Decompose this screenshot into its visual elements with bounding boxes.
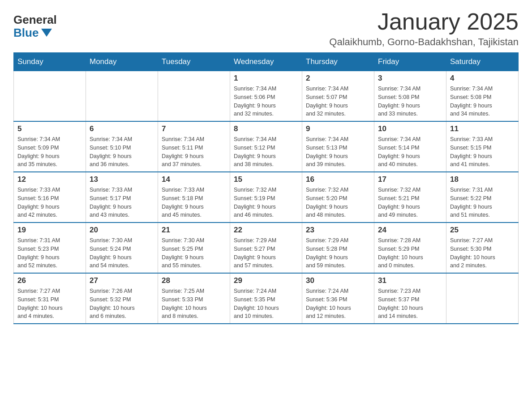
calendar-cell: 5Sunrise: 7:34 AMSunset: 5:09 PMDaylight… <box>14 121 86 172</box>
day-number: 24 <box>378 226 442 235</box>
day-number: 4 <box>450 74 515 83</box>
day-number: 31 <box>378 276 442 285</box>
day-number: 17 <box>378 175 442 184</box>
day-info: Sunrise: 7:28 AMSunset: 5:29 PMDaylight:… <box>378 236 442 270</box>
column-header-wednesday: Wednesday <box>230 53 302 71</box>
calendar-subtitle: Qalaikhumb, Gorno-Badakhshan, Tajikistan <box>329 36 519 48</box>
day-number: 2 <box>306 74 370 83</box>
calendar-cell: 21Sunrise: 7:30 AMSunset: 5:25 PMDayligh… <box>158 223 230 273</box>
day-number: 1 <box>234 74 298 83</box>
day-info: Sunrise: 7:33 AMSunset: 5:15 PMDaylight:… <box>450 135 515 169</box>
day-number: 30 <box>306 276 370 285</box>
calendar-cell: 24Sunrise: 7:28 AMSunset: 5:29 PMDayligh… <box>374 223 446 273</box>
calendar-cell: 2Sunrise: 7:34 AMSunset: 5:07 PMDaylight… <box>302 71 374 122</box>
calendar-cell: 22Sunrise: 7:29 AMSunset: 5:27 PMDayligh… <box>230 223 302 273</box>
day-info: Sunrise: 7:30 AMSunset: 5:24 PMDaylight:… <box>90 236 154 270</box>
day-info: Sunrise: 7:32 AMSunset: 5:20 PMDaylight:… <box>306 186 370 219</box>
day-info: Sunrise: 7:34 AMSunset: 5:12 PMDaylight:… <box>234 135 298 169</box>
day-number: 26 <box>17 276 82 285</box>
calendar-cell: 7Sunrise: 7:34 AMSunset: 5:11 PMDaylight… <box>158 121 230 172</box>
logo: General Blue <box>13 13 57 39</box>
day-info: Sunrise: 7:34 AMSunset: 5:09 PMDaylight:… <box>17 135 82 169</box>
day-info: Sunrise: 7:27 AMSunset: 5:31 PMDaylight:… <box>17 287 82 321</box>
calendar-cell: 11Sunrise: 7:33 AMSunset: 5:15 PMDayligh… <box>446 121 519 172</box>
calendar-week-row: 19Sunrise: 7:31 AMSunset: 5:23 PMDayligh… <box>14 223 519 273</box>
day-info: Sunrise: 7:29 AMSunset: 5:28 PMDaylight:… <box>306 236 370 270</box>
day-number: 16 <box>306 175 370 184</box>
calendar-cell <box>14 71 86 122</box>
calendar-cell <box>86 71 158 122</box>
day-info: Sunrise: 7:24 AMSunset: 5:35 PMDaylight:… <box>234 287 298 321</box>
day-number: 5 <box>17 124 82 133</box>
day-number: 25 <box>450 226 515 235</box>
calendar-cell: 19Sunrise: 7:31 AMSunset: 5:23 PMDayligh… <box>14 223 86 273</box>
calendar-week-row: 5Sunrise: 7:34 AMSunset: 5:09 PMDaylight… <box>14 121 519 172</box>
column-header-sunday: Sunday <box>14 53 86 71</box>
day-number: 28 <box>162 276 226 285</box>
calendar-cell <box>446 273 519 324</box>
calendar-cell: 31Sunrise: 7:23 AMSunset: 5:37 PMDayligh… <box>374 273 446 324</box>
day-number: 7 <box>162 124 226 133</box>
day-number: 19 <box>17 226 82 235</box>
day-number: 12 <box>17 175 82 184</box>
title-area: January 2025 Qalaikhumb, Gorno-Badakhsha… <box>329 9 519 48</box>
day-info: Sunrise: 7:25 AMSunset: 5:33 PMDaylight:… <box>162 287 226 321</box>
day-number: 22 <box>234 226 298 235</box>
calendar-cell <box>158 71 230 122</box>
day-number: 13 <box>90 175 154 184</box>
day-number: 10 <box>378 124 442 133</box>
calendar-header-row: SundayMondayTuesdayWednesdayThursdayFrid… <box>14 53 519 71</box>
column-header-saturday: Saturday <box>446 53 519 71</box>
calendar-week-row: 12Sunrise: 7:33 AMSunset: 5:16 PMDayligh… <box>14 172 519 223</box>
day-info: Sunrise: 7:26 AMSunset: 5:32 PMDaylight:… <box>90 287 154 321</box>
day-info: Sunrise: 7:34 AMSunset: 5:13 PMDaylight:… <box>306 135 370 169</box>
day-info: Sunrise: 7:31 AMSunset: 5:23 PMDaylight:… <box>17 236 82 270</box>
logo-general-text: General <box>13 13 57 26</box>
calendar-cell: 10Sunrise: 7:34 AMSunset: 5:14 PMDayligh… <box>374 121 446 172</box>
day-info: Sunrise: 7:24 AMSunset: 5:36 PMDaylight:… <box>306 287 370 321</box>
column-header-tuesday: Tuesday <box>158 53 230 71</box>
day-info: Sunrise: 7:27 AMSunset: 5:30 PMDaylight:… <box>450 236 515 270</box>
day-info: Sunrise: 7:34 AMSunset: 5:11 PMDaylight:… <box>162 135 226 169</box>
day-number: 29 <box>234 276 298 285</box>
calendar-cell: 14Sunrise: 7:33 AMSunset: 5:18 PMDayligh… <box>158 172 230 223</box>
day-info: Sunrise: 7:33 AMSunset: 5:16 PMDaylight:… <box>17 186 82 219</box>
calendar-cell: 20Sunrise: 7:30 AMSunset: 5:24 PMDayligh… <box>86 223 158 273</box>
calendar-cell: 6Sunrise: 7:34 AMSunset: 5:10 PMDaylight… <box>86 121 158 172</box>
day-number: 14 <box>162 175 226 184</box>
calendar-cell: 18Sunrise: 7:31 AMSunset: 5:22 PMDayligh… <box>446 172 519 223</box>
calendar-cell: 29Sunrise: 7:24 AMSunset: 5:35 PMDayligh… <box>230 273 302 324</box>
day-info: Sunrise: 7:23 AMSunset: 5:37 PMDaylight:… <box>378 287 442 321</box>
header: General Blue January 2025 Qalaikhumb, Go… <box>13 9 519 48</box>
calendar-cell: 3Sunrise: 7:34 AMSunset: 5:08 PMDaylight… <box>374 71 446 122</box>
logo-triangle-icon <box>41 29 52 37</box>
calendar-cell: 25Sunrise: 7:27 AMSunset: 5:30 PMDayligh… <box>446 223 519 273</box>
day-number: 21 <box>162 226 226 235</box>
day-number: 11 <box>450 124 515 133</box>
day-info: Sunrise: 7:30 AMSunset: 5:25 PMDaylight:… <box>162 236 226 270</box>
calendar-cell: 28Sunrise: 7:25 AMSunset: 5:33 PMDayligh… <box>158 273 230 324</box>
day-number: 6 <box>90 124 154 133</box>
day-number: 20 <box>90 226 154 235</box>
logo-blue-text: Blue <box>13 26 57 39</box>
calendar-cell: 9Sunrise: 7:34 AMSunset: 5:13 PMDaylight… <box>302 121 374 172</box>
calendar-cell: 16Sunrise: 7:32 AMSunset: 5:20 PMDayligh… <box>302 172 374 223</box>
day-info: Sunrise: 7:32 AMSunset: 5:21 PMDaylight:… <box>378 186 442 219</box>
calendar-cell: 26Sunrise: 7:27 AMSunset: 5:31 PMDayligh… <box>14 273 86 324</box>
calendar-cell: 13Sunrise: 7:33 AMSunset: 5:17 PMDayligh… <box>86 172 158 223</box>
day-info: Sunrise: 7:31 AMSunset: 5:22 PMDaylight:… <box>450 186 515 219</box>
day-number: 15 <box>234 175 298 184</box>
calendar-cell: 4Sunrise: 7:34 AMSunset: 5:08 PMDaylight… <box>446 71 519 122</box>
column-header-monday: Monday <box>86 53 158 71</box>
calendar-cell: 27Sunrise: 7:26 AMSunset: 5:32 PMDayligh… <box>86 273 158 324</box>
day-info: Sunrise: 7:33 AMSunset: 5:18 PMDaylight:… <box>162 186 226 219</box>
day-info: Sunrise: 7:34 AMSunset: 5:06 PMDaylight:… <box>234 85 298 118</box>
calendar-table: SundayMondayTuesdayWednesdayThursdayFrid… <box>13 52 519 324</box>
calendar-week-row: 26Sunrise: 7:27 AMSunset: 5:31 PMDayligh… <box>14 273 519 324</box>
calendar-cell: 30Sunrise: 7:24 AMSunset: 5:36 PMDayligh… <box>302 273 374 324</box>
column-header-friday: Friday <box>374 53 446 71</box>
day-info: Sunrise: 7:32 AMSunset: 5:19 PMDaylight:… <box>234 186 298 219</box>
day-number: 23 <box>306 226 370 235</box>
day-info: Sunrise: 7:34 AMSunset: 5:10 PMDaylight:… <box>90 135 154 169</box>
calendar-cell: 1Sunrise: 7:34 AMSunset: 5:06 PMDaylight… <box>230 71 302 122</box>
